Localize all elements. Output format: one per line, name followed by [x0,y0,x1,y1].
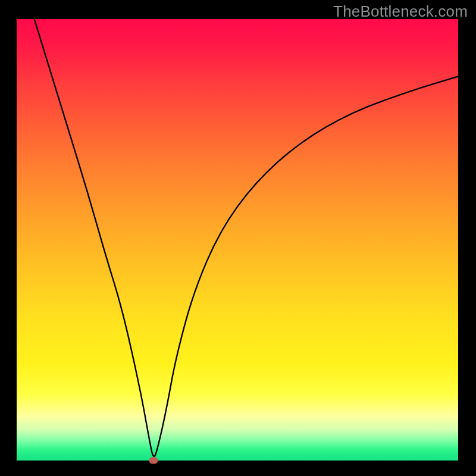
chart-frame: TheBottleneck.com [0,0,476,476]
gradient-plot-area [17,19,458,461]
curve-path [35,19,458,456]
watermark-text: TheBottleneck.com [333,2,468,21]
optimum-marker [149,458,158,464]
bottleneck-curve [17,19,458,461]
